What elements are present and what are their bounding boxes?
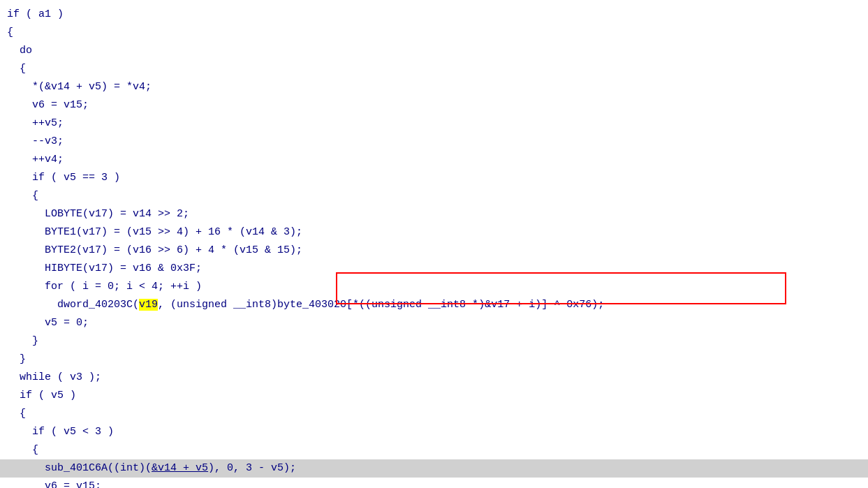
code-line: do [0,42,868,60]
highlight-v19: v19 [139,299,158,311]
code-text: if ( a1 ) [7,6,64,22]
code-line-highlighted: sub_401C6A((int)(&v14 + v5), 0, 3 - v5); [0,459,868,478]
code-text: *(&v14 + v5) = *v4; [7,79,152,95]
code-text: BYTE2(v17) = (v16 >> 6) + 4 * (v15 & 15)… [7,242,302,258]
code-text: BYTE1(v17) = (v15 >> 4) + 16 * (v14 & 3)… [7,224,302,240]
code-text: { [7,188,38,204]
code-line: ++v5; [0,114,868,133]
code-text: { [7,442,38,458]
code-line: *(&v14 + v5) = *v4; [0,78,868,96]
code-line: if ( v5 < 3 ) [0,423,868,441]
code-text: v5 = 0; [7,315,89,331]
code-line: { [0,441,868,459]
code-text: } [7,333,38,349]
code-text: HIBYTE(v17) = v16 & 0x3F; [7,260,202,276]
code-text: while ( v3 ); [7,369,101,385]
code-line: ++v4; [0,151,868,169]
code-line: if ( v5 == 3 ) [0,169,868,187]
code-line: { [0,60,868,78]
code-line: v6 = v15; [0,96,868,114]
code-line: HIBYTE(v17) = v16 & 0x3F; [0,260,868,278]
code-text: if ( v5 ) [7,387,76,404]
code-line: v5 = 0; [0,314,868,332]
code-line: while ( v3 ); [0,369,868,387]
code-line: v6 = v15; [0,478,868,488]
code-line: { [0,405,868,423]
code-text: LOBYTE(v17) = v14 >> 2; [7,206,189,222]
code-text: v6 = v15; [7,478,101,488]
code-line: BYTE2(v17) = (v16 >> 6) + 4 * (v15 & 15)… [0,242,868,260]
code-line: if ( a1 ) [0,6,868,24]
code-text: for ( i = 0; i < 4; ++i ) [7,279,202,295]
code-line-special: dword_40203C(v19, (unsigned __int8)byte_… [0,296,868,314]
code-text: if ( v5 == 3 ) [7,170,120,186]
code-text: { [7,24,13,40]
code-line: BYTE1(v17) = (v15 >> 4) + 16 * (v14 & 3)… [0,223,868,242]
code-text: --v3; [7,133,64,149]
code-line: { [0,187,868,205]
code-line: --v3; [0,133,868,151]
code-text: sub_401C6A((int)(&v14 + v5), 0, 3 - v5); [7,460,296,476]
code-line: LOBYTE(v17) = v14 >> 2; [0,205,868,223]
code-line: } [0,332,868,350]
code-text: dword_40203C(v19, (unsigned __int8)byte_… [7,297,604,313]
code-line: if ( v5 ) [0,387,868,405]
code-line: { [0,24,868,42]
code-text: ++v4; [7,151,64,168]
code-text: ++v5; [7,115,64,131]
code-container: if ( a1 ) { do { *(&v14 + v5) = *v4; v6 … [0,0,868,488]
code-text: do [7,43,32,59]
code-line: for ( i = 0; i < 4; ++i ) [0,278,868,296]
code-line: } [0,350,868,369]
code-text: { [7,406,26,422]
code-text: } [7,351,26,367]
code-text: v6 = v15; [7,97,89,113]
code-text: if ( v5 < 3 ) [7,424,114,440]
code-text: { [7,61,26,77]
